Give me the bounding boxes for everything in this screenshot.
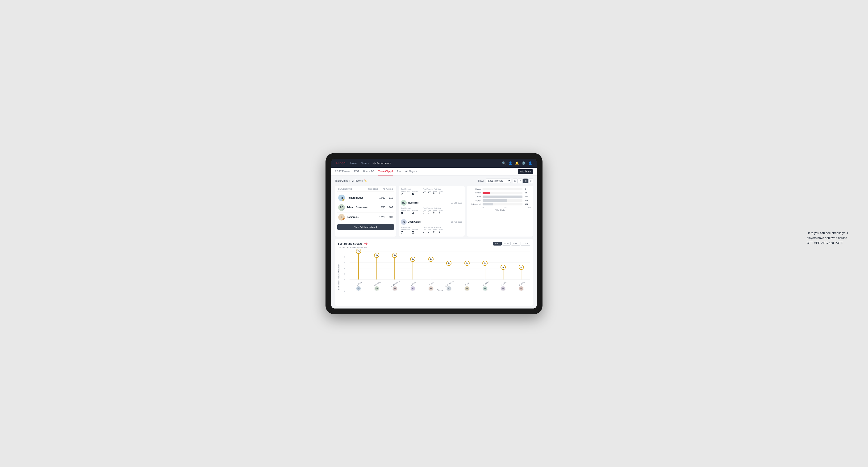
tab-putt[interactable]: PUTT — [521, 242, 530, 246]
lollipop-col: 7x — [356, 251, 361, 280]
lollipop-stick — [359, 251, 359, 280]
avatar-icon[interactable]: 👤 — [528, 161, 532, 165]
bar-label-pars: Pars — [469, 195, 481, 198]
tab-app[interactable]: APP — [502, 242, 511, 246]
avatar-josh: JC — [401, 219, 407, 225]
x-axis: 0 200 400 — [469, 206, 531, 209]
player-row: C 3 Cameron... 17/20 103 — [337, 213, 394, 222]
tab-team-clippd[interactable]: Team Clippd — [378, 167, 393, 176]
streaks-tabs: OTT APP ARG PUTT — [493, 242, 530, 246]
team-name: Team Clippd — [335, 180, 348, 182]
period-select[interactable]: Last 3 months — [486, 179, 511, 183]
team-header: Team Clippd | 14 Players ✏️ Show Last 3 … — [335, 179, 533, 183]
player-scores-1: 19/20 110 — [379, 196, 393, 199]
tab-ott[interactable]: OTT — [493, 242, 502, 246]
avatar-edward: EC 2 — [338, 204, 345, 211]
bar-value-birdies: 96 — [525, 192, 531, 194]
bar-container-bogeys — [483, 199, 522, 201]
lollipop-circle: 4x — [446, 261, 452, 266]
settings-icon[interactable]: ⚙️ — [522, 161, 526, 165]
tab-all-players[interactable]: All Players — [405, 167, 417, 176]
player-avatar-lollipop: EC — [446, 286, 451, 291]
putt-val-1: 1 — [438, 192, 443, 195]
tab-tour[interactable]: Tour — [397, 167, 401, 176]
add-team-button[interactable]: Add Team — [518, 169, 533, 174]
main-content: Team Clippd | 14 Players ✏️ Show Last 3 … — [331, 176, 537, 309]
y-tick-7: 7 — [344, 250, 345, 252]
bar-fill-birdies — [483, 192, 490, 194]
tab-pgat-players[interactable]: PGAT Players — [335, 167, 350, 176]
y-tick-2: 2 — [344, 279, 345, 281]
bar-fill-bogeys — [483, 199, 507, 201]
card-header-rees: RB Rees Britt 02 Sep 2023 — [401, 200, 462, 206]
player-name-edward: Edward Crossman — [347, 206, 377, 209]
edit-icon[interactable]: ✏️ — [364, 180, 367, 182]
grid-view-icon[interactable]: ⊞ — [513, 179, 518, 183]
arrow-icon — [365, 243, 368, 245]
lollipop-col: 3x — [519, 251, 523, 280]
bar-chart: Eagles 3 Birdies 96 — [469, 188, 531, 206]
bar-container-pars — [483, 195, 522, 198]
player-scores-3: 17/20 103 — [379, 216, 393, 218]
lollipop-circle: 7x — [356, 249, 361, 254]
tournament-val-rees: 8 — [401, 211, 410, 215]
col-pb-score: PB SCORE — [368, 188, 378, 190]
player-avatar-lollipop: EE — [356, 286, 361, 291]
tournament-val-josh: 7 — [401, 230, 410, 234]
bar-label-dbogeys: D. Bogeys + — [469, 203, 481, 205]
y-tick-0: 0 — [344, 290, 345, 292]
bar-row-pars: Pars 499 — [469, 195, 531, 198]
lollipop-circle: 3x — [500, 264, 506, 270]
team-info: Team Clippd | 14 Players ✏️ — [335, 180, 367, 182]
lollipop-circle: 5x — [428, 257, 434, 262]
nav-my-performance[interactable]: My Performance — [372, 162, 392, 165]
bar-label-eagles: Eagles — [469, 188, 481, 190]
y-axis-label: Best Streak, Fairway Accuracy — [338, 251, 342, 303]
bar-fill-pars — [483, 195, 522, 198]
lollipop-col: 5x — [411, 251, 415, 280]
player-avatar-lollipop: RB — [501, 286, 505, 291]
player-row: RB 1 Richard Butler 19/20 110 — [337, 193, 394, 203]
list-view-icon[interactable]: ≡ — [518, 179, 523, 183]
lollipops: 7xE. EbertEE6xB. McHargBM6xD. Billingham… — [349, 251, 530, 280]
pb-avg-3: 103 — [389, 216, 393, 218]
tab-pga[interactable]: PGA — [354, 167, 360, 176]
bar-label-bogeys: Bogeys — [469, 199, 481, 201]
annotation-text: Here you can see streaks your players ha… — [807, 231, 854, 245]
lollipop-circle: 4x — [483, 261, 488, 266]
y-tick-4: 4 — [344, 267, 345, 269]
lollipop-stick — [431, 259, 431, 280]
player-name-cameron: Cameron... — [347, 216, 377, 218]
lollipop-stick — [412, 259, 413, 280]
x-tick-400: 400 — [528, 206, 531, 209]
nav-actions: 🔍 👤 🔔 ⚙️ 👤 — [502, 161, 532, 165]
card-view-icon[interactable]: ▤ — [523, 179, 528, 183]
view-icons: ⊞ ≡ ▤ ⚙ — [513, 179, 533, 183]
settings-view-icon[interactable]: ⚙ — [528, 179, 533, 183]
lollipop-circle: 6x — [392, 253, 397, 258]
nav-bar: clippd Home Teams My Performance 🔍 👤 🔔 ⚙… — [331, 159, 537, 168]
y-tick-3: 3 — [344, 273, 345, 275]
player-row: EC 2 Edward Crossman 18/20 107 — [337, 203, 394, 213]
tablet-frame: clippd Home Teams My Performance 🔍 👤 🔔 ⚙… — [326, 153, 542, 314]
tab-arg[interactable]: ARG — [511, 242, 520, 246]
nav-links: Home Teams My Performance — [350, 162, 497, 165]
player-name-richard: Richard Butler — [347, 196, 377, 199]
search-icon[interactable]: 🔍 — [502, 161, 506, 165]
streaks-header: Best Round Streaks OTT APP ARG PUTT — [338, 242, 530, 246]
first-stats-card: Total Rounds Tournament 7 Practice 6 — [401, 188, 462, 198]
rees-britt-card: RB Rees Britt 02 Sep 2023 Total Rounds T… — [401, 200, 462, 217]
show-label: Show — [478, 180, 484, 182]
bell-icon[interactable]: 🔔 — [515, 161, 519, 165]
nav-teams[interactable]: Teams — [361, 162, 369, 165]
tab-hcaps[interactable]: Hcaps 1-5 — [363, 167, 375, 176]
user-icon[interactable]: 👤 — [508, 161, 512, 165]
lollipop-col: 4x — [465, 251, 469, 280]
player-avatar-lollipop: JC — [410, 286, 415, 291]
lollipop-col: 5x — [429, 251, 433, 280]
player-cards-panel: Total Rounds Tournament 7 Practice 6 — [399, 186, 465, 237]
name-rees: Rees Britt — [408, 201, 450, 204]
view-leaderboard-button[interactable]: View Full Leaderboard — [337, 224, 394, 230]
bar-fill-dbogeys — [483, 203, 493, 206]
nav-home[interactable]: Home — [350, 162, 357, 165]
